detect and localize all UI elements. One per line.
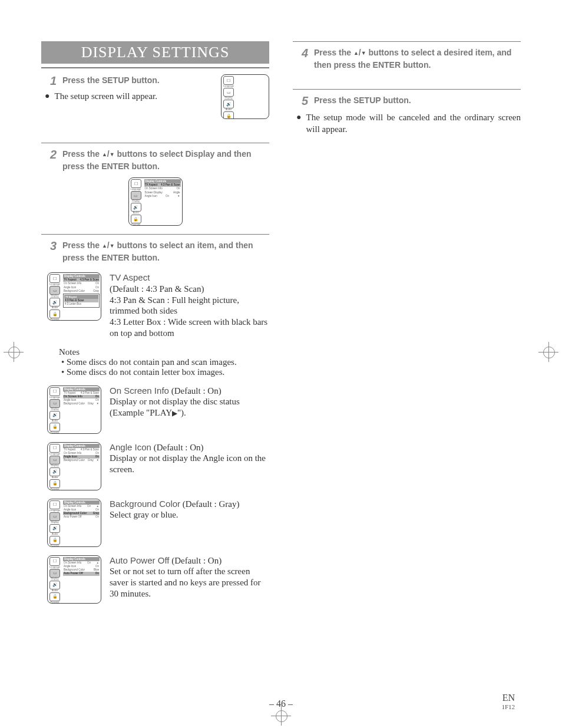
step-text: Press the SETUP button. (314, 94, 411, 107)
notes-block: Notes • Some discs do not contain pan an… (59, 347, 269, 377)
step-body: ●The setup screen will appear. (41, 90, 209, 102)
osd-background-color: ☐Language ▭Display 🔊Audio 🔒Parental Disp… (47, 499, 101, 547)
item-title: Background Color (110, 499, 180, 509)
osd-tv-aspect: ☐Language ▭Display 🔊Audio 🔒Parental Disp… (47, 272, 101, 321)
right-column: 4 Press the / buttons to select a desire… (293, 41, 521, 612)
divider (293, 41, 521, 42)
crop-mark-left (4, 342, 24, 362)
osd-on-screen-info: ☐Language ▭Display 🔊Audio 🔒Parental Disp… (47, 386, 101, 434)
divider (41, 143, 269, 143)
divider (41, 234, 269, 235)
down-arrow-icon (110, 151, 115, 159)
step-2: 2 Press the / buttons to select Display … (41, 148, 269, 226)
down-arrow-icon (361, 50, 366, 58)
step-4: 4 Press the / buttons to select a desire… (293, 47, 521, 71)
item-title: TV Aspect (110, 272, 150, 282)
step-3: 3 Press the / buttons to select an item,… (41, 239, 269, 264)
divider (293, 89, 521, 90)
step-number: 5 (293, 94, 308, 108)
page-footer: – 46 – (0, 699, 562, 709)
osd-auto-power-off: ☐Language ▭Display 🔊Audio 🔒Parental Disp… (47, 555, 101, 604)
background-color-block: ☐Language ▭Display 🔊Audio 🔒Parental Disp… (41, 499, 269, 547)
osd-setup-screen: ☐Language ▭Display 🔊Audio 🔒Parental Sele… (221, 74, 269, 119)
step-body: ●The setup mode will be canceled and the… (293, 111, 521, 136)
section-title: DISPLAY SETTINGS (41, 41, 269, 64)
step-1: ☐Language ▭Display 🔊Audio 🔒Parental Sele… (41, 74, 269, 119)
step-5: 5 Press the SETUP button. (293, 94, 521, 108)
manual-page: DISPLAY SETTINGS ☐Language ▭Display 🔊Aud… (0, 0, 562, 728)
play-icon: ▶ (172, 409, 177, 417)
up-arrow-icon (353, 50, 359, 58)
footer-right: EN 1F12 (501, 693, 515, 710)
divider (41, 67, 269, 68)
step-number: 1 (41, 74, 57, 88)
step-number: 2 (41, 148, 57, 162)
page-number: – 46 – (269, 699, 293, 709)
step-number: 3 (41, 239, 57, 253)
item-title: Angle Icon (110, 442, 151, 452)
down-arrow-icon (110, 242, 115, 251)
step-text: Press the / buttons to select an item, a… (62, 239, 269, 264)
step-number: 4 (293, 47, 308, 60)
step-text: Press the / buttons to select Display an… (62, 148, 269, 173)
crop-mark-right (538, 342, 558, 362)
left-column: DISPLAY SETTINGS ☐Language ▭Display 🔊Aud… (41, 41, 269, 612)
osd-display-menu: ☐Language ▭Display 🔊Audio 🔒Parental Disp… (128, 177, 183, 226)
angle-icon-block: ☐Language ▭Display 🔊Audio 🔒Parental Disp… (41, 442, 269, 490)
item-title: Auto Power Off (110, 555, 169, 565)
up-arrow-icon (102, 242, 107, 251)
osd-angle-icon: ☐Language ▭Display 🔊Audio 🔒Parental Disp… (47, 442, 101, 490)
on-screen-info-block: ☐Language ▭Display 🔊Audio 🔒Parental Disp… (41, 386, 269, 434)
auto-power-off-block: ☐Language ▭Display 🔊Audio 🔒Parental Disp… (41, 555, 269, 604)
step-text: Press the SETUP button. (62, 74, 160, 87)
item-title: On Screen Info (110, 386, 169, 396)
step-text: Press the / buttons to select a desired … (314, 47, 521, 71)
tv-aspect-block: ☐Language ▭Display 🔊Audio 🔒Parental Disp… (41, 272, 269, 339)
up-arrow-icon (102, 151, 107, 159)
